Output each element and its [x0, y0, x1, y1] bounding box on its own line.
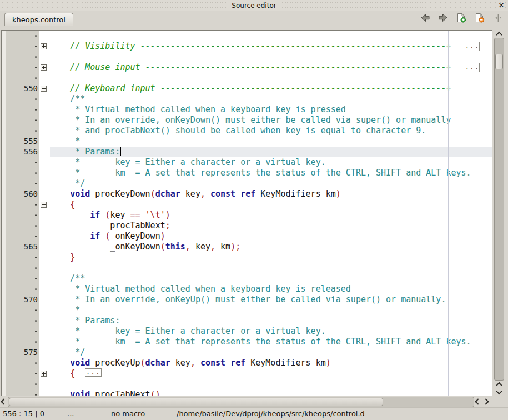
code-line[interactable]: if (_onKeyDown): [2, 231, 492, 242]
scroll-up-button[interactable]: [494, 30, 504, 38]
code-cell[interactable]: * km = A set that represents the status …: [50, 337, 492, 347]
scroll-down-button[interactable]: [494, 388, 504, 396]
code-line[interactable]: {...: [2, 368, 492, 379]
fold-expand-toggle[interactable]: [41, 43, 47, 49]
scroll-right-button[interactable]: [482, 397, 490, 407]
code-cell[interactable]: // Mouse input -------------------------…: [50, 62, 492, 73]
code-cell[interactable]: [50, 263, 492, 273]
code-cell[interactable]: *: [50, 136, 492, 147]
scroll-left-button[interactable]: [0, 397, 8, 407]
collapsed-fold-box[interactable]: ...: [465, 63, 480, 72]
code-line[interactable]: * km = A set that represents the status …: [2, 168, 492, 178]
next-location-button[interactable]: [437, 14, 449, 24]
split-view-button[interactable]: [492, 14, 504, 24]
code-cell[interactable]: * Virtual method called when a keyboard …: [50, 284, 492, 294]
code-line[interactable]: // Visibility --------------------------…: [2, 41, 492, 52]
collapsed-fold-box[interactable]: ...: [85, 368, 102, 377]
vertical-scrollbar[interactable]: [494, 30, 504, 396]
code-line[interactable]: procTabNext;: [2, 221, 492, 231]
code-cell[interactable]: [50, 379, 492, 389]
close-document-button[interactable]: [474, 14, 485, 24]
code-line[interactable]: 555 *: [2, 136, 492, 147]
code-line[interactable]: *: [2, 305, 492, 316]
code-cell[interactable]: {...: [50, 368, 492, 379]
code-cell[interactable]: * Params:: [50, 147, 492, 157]
code-cell[interactable]: // Visibility --------------------------…: [50, 41, 492, 52]
code-cell[interactable]: {: [50, 199, 492, 210]
code-cell[interactable]: [50, 52, 492, 62]
code-line[interactable]: if (key == '\t'): [2, 210, 492, 221]
code-line[interactable]: * key = Either a character or a virtual …: [2, 326, 492, 337]
code-line[interactable]: void procKeyUp(dchar key, const ref KeyM…: [2, 358, 492, 368]
scroll-up-button-secondary[interactable]: [494, 381, 504, 388]
code-cell[interactable]: void procTabNext(): [50, 389, 492, 396]
vertical-scroll-track[interactable]: [494, 38, 504, 381]
code-cell[interactable]: _onKeyDown(this, key, km);: [50, 242, 492, 252]
code-cell[interactable]: /**: [50, 273, 492, 284]
code-line[interactable]: * In an override, onKeyDown() must eithe…: [2, 115, 492, 126]
scroll-left-button-secondary[interactable]: [474, 397, 482, 407]
code-line[interactable]: [2, 263, 492, 273]
code-line[interactable]: /**: [2, 94, 492, 104]
code-cell[interactable]: * In an override, onKeyDown() must eithe…: [50, 115, 492, 126]
previous-location-button[interactable]: [419, 14, 430, 24]
code-cell[interactable]: }: [50, 252, 492, 263]
horizontal-scroll-thumb[interactable]: [9, 398, 383, 406]
close-window-button[interactable]: ✕: [497, 1, 506, 9]
horizontal-scroll-track[interactable]: [8, 397, 474, 407]
code-line[interactable]: 560 void procKeyDown(dchar key, const re…: [2, 189, 492, 199]
code-line[interactable]: 565 _onKeyDown(this, key, km);: [2, 242, 492, 252]
code-cell[interactable]: /**: [50, 94, 492, 104]
code-cell[interactable]: */: [50, 347, 492, 358]
tab-kheops-control[interactable]: kheops.control: [4, 13, 73, 26]
fold-expand-toggle[interactable]: [41, 64, 47, 71]
code-line[interactable]: * km = A set that represents the status …: [2, 337, 492, 347]
code-cell[interactable]: * In an override, onKeyUp() must either …: [50, 294, 492, 305]
vertical-scroll-thumb[interactable]: [495, 54, 503, 69]
code-line[interactable]: * key = Either a character or a virtual …: [2, 157, 492, 168]
code-cell[interactable]: * Params:: [50, 316, 492, 326]
code-cell[interactable]: void procKeyUp(dchar key, const ref KeyM…: [50, 358, 492, 368]
code-line[interactable]: }: [2, 252, 492, 263]
code-line[interactable]: 575 */: [2, 347, 492, 358]
code-line[interactable]: * Virtual method called when a keyboard …: [2, 284, 492, 294]
code-line[interactable]: /**: [2, 273, 492, 284]
code-line[interactable]: [2, 379, 492, 389]
code-cell[interactable]: void procKeyDown(dchar key, const ref Ke…: [50, 189, 492, 199]
horizontal-scrollbar[interactable]: [0, 396, 508, 407]
code-line[interactable]: // Mouse input -------------------------…: [2, 62, 492, 73]
title-bar[interactable]: Source editor ✕: [0, 0, 508, 11]
code-line[interactable]: 570 * In an override, onKeyUp() must eit…: [2, 294, 492, 305]
code-line[interactable]: void procTabNext(): [2, 389, 492, 396]
code-cell[interactable]: [50, 73, 492, 83]
code-line[interactable]: 550 // Keyboard input ------------------…: [2, 83, 492, 94]
code-cell[interactable]: procTabNext;: [50, 221, 492, 231]
code-line[interactable]: * Virtual method called when a keyboard …: [2, 104, 492, 115]
fold-expand-toggle[interactable]: [41, 371, 47, 377]
code-cell[interactable]: * Virtual method called when a keyboard …: [50, 104, 492, 115]
code-cell[interactable]: if (key == '\t'): [50, 210, 492, 221]
code-line[interactable]: 556 * Params:: [2, 147, 492, 157]
code-cell[interactable]: *: [50, 305, 492, 316]
new-document-button[interactable]: [456, 14, 467, 24]
code-cell[interactable]: * and procTabNext() should be called whe…: [50, 126, 492, 136]
code-cell[interactable]: if (_onKeyDown): [50, 231, 492, 242]
code-cell[interactable]: [50, 31, 492, 41]
code-cell[interactable]: * km = A set that represents the status …: [50, 168, 492, 178]
fold-collapse-toggle[interactable]: [41, 86, 47, 92]
code-line[interactable]: {: [2, 199, 492, 210]
code-line[interactable]: [2, 73, 492, 83]
code-cell[interactable]: // Keyboard input ----------------------…: [50, 83, 492, 94]
code-line[interactable]: * and procTabNext() should be called whe…: [2, 126, 492, 136]
code-line[interactable]: [2, 31, 492, 41]
code-cell[interactable]: * key = Either a character or a virtual …: [50, 326, 492, 337]
code-line[interactable]: [2, 52, 492, 62]
collapsed-fold-box[interactable]: ...: [465, 42, 480, 51]
fold-collapse-toggle[interactable]: [41, 202, 47, 208]
code-text: *: [50, 136, 80, 146]
code-line[interactable]: * Params:: [2, 316, 492, 326]
editor-frame[interactable]: // Visibility --------------------------…: [1, 30, 492, 396]
code-line[interactable]: */: [2, 178, 492, 189]
code-cell[interactable]: * key = Either a character or a virtual …: [50, 157, 492, 168]
code-cell[interactable]: */: [50, 178, 492, 189]
